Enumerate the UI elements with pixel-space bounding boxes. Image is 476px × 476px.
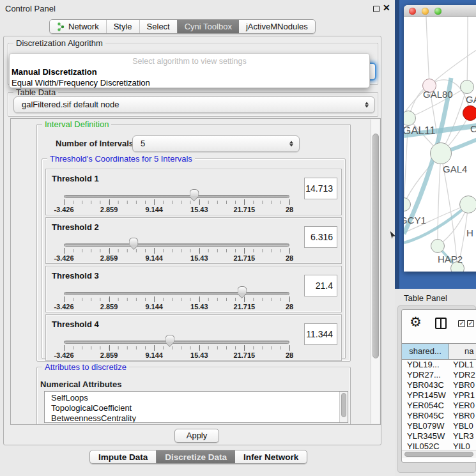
cell[interactable]: YER054C [402,401,449,411]
table-horizontal-scrollbar[interactable] [402,450,476,458]
cell[interactable]: YBR0 [449,380,476,390]
major-tick [154,248,155,254]
dropdown-option-equal-width[interactable]: Equal Width/Frequency Discretization [12,78,150,88]
table-row[interactable]: YDR27...YDR2 [402,370,476,380]
dropdown-option-manual[interactable]: Manual Discretization [12,67,97,77]
network-node[interactable] [430,142,452,164]
minimize-traffic-light-icon[interactable] [422,8,429,15]
table-row[interactable]: YIL052CYIL0 [402,441,476,449]
cell[interactable]: YBR045C [402,411,449,421]
cell[interactable]: YBR043C [402,380,449,390]
slider-thumb[interactable] [237,286,247,297]
cell[interactable]: YPR145W [402,390,449,401]
threshold-3-slider[interactable]: -3.4262.8599.14415.4321.71528 [64,266,289,312]
major-tick [154,199,155,205]
cell[interactable]: YLR345W [402,431,449,441]
column-header-name[interactable]: na [449,344,476,359]
tab-infer-network[interactable]: Infer Network [235,450,307,463]
columns-icon[interactable] [435,318,447,329]
checkbox-icon[interactable]: ✓ [458,320,465,327]
cell[interactable]: YDL19... [402,360,449,370]
checkbox-icon[interactable]: ✓ [467,320,474,327]
tab-cyni-toolbox[interactable]: Cyni Toolbox [177,20,239,33]
cell[interactable]: YIL052C [402,441,449,449]
network-node[interactable] [431,239,445,253]
network-node[interactable] [459,196,476,213]
tab-style[interactable]: Style [106,20,139,33]
cell[interactable]: YER0 [449,401,476,411]
threshold-1-slider[interactable]: -3.4262.8599.14415.4321.71528 [64,169,289,215]
scrollbar-thumb[interactable] [372,134,379,358]
network-node[interactable] [460,80,474,94]
table-row[interactable]: YBL079WYBL0 [402,421,476,431]
tick-label: 2.859 [100,254,118,262]
cell[interactable]: YPR1 [449,390,476,401]
network-window-titlebar[interactable] [404,5,476,17]
major-tick [289,199,290,205]
table-row[interactable]: YER054CYER0 [402,401,476,411]
close-icon[interactable]: ✕ [383,3,390,13]
list-item[interactable]: SelfLoops [51,393,348,403]
threshold-value-field[interactable] [304,275,337,296]
threshold-value-field[interactable] [304,323,337,345]
slider-track[interactable] [64,341,289,344]
scrollbar-thumb[interactable] [341,393,346,417]
table-data-combobox[interactable]: galFiltered.sif default node [13,96,375,113]
cell[interactable]: YDR27... [402,370,449,380]
table-rows: YDL19...YDL1 YDR27...YDR2 YBR043CYBR0 YP… [402,360,476,449]
cell[interactable]: YBR0 [449,411,476,421]
table-row[interactable]: YBR045CYBR0 [402,411,476,421]
cell[interactable]: YDL1 [449,360,476,370]
threshold-value-field[interactable] [304,178,337,199]
slider-thumb[interactable] [129,238,139,249]
major-tick [154,345,155,351]
attributes-listbox[interactable]: SelfLoops TopologicalCoefficient Between… [44,391,348,423]
table-row[interactable]: YDL19...YDL1 [402,360,476,370]
cyni-toolbox-panel: Discretization Algorithm Select algorith… [3,36,381,445]
tab-jactivemnodules[interactable]: jActiveMNodules [239,20,315,33]
major-tick [244,345,245,351]
scrollbar-thumb[interactable] [404,452,473,457]
table-data-value: galFiltered.sif default node [22,100,119,109]
list-scrollbar[interactable] [339,392,348,422]
tab-label: Style [114,22,132,31]
network-canvas[interactable]: GAL80 GA GAL11 GAL4 GCY1 H HAP2 C [404,17,476,272]
major-tick [244,248,245,254]
tick-label: -3.426 [54,303,73,311]
threshold-4-slider[interactable]: -3.4262.8599.14415.4321.71528 [64,315,289,360]
num-intervals-combobox[interactable]: 5 [132,135,300,152]
slider-thumb[interactable] [189,189,199,200]
float-window-icon[interactable] [373,6,380,12]
tab-network[interactable]: Network [50,20,106,33]
slider-track[interactable] [64,243,289,247]
close-traffic-light-icon[interactable] [409,8,416,15]
slider-track[interactable] [64,292,289,295]
cell[interactable]: YDR2 [449,370,476,380]
list-item[interactable]: TopologicalCoefficient [51,403,348,413]
list-item[interactable]: BetweennessCentrality [51,413,348,423]
num-intervals-value: 5 [141,139,145,148]
tab-impute-data[interactable]: Impute Data [90,450,156,463]
node-label: GAL4 [443,164,467,174]
tab-select[interactable]: Select [139,20,177,33]
threshold-2-slider[interactable]: -3.4262.8599.14415.4321.71528 [64,218,289,263]
apply-button[interactable]: Apply [174,429,219,443]
cell[interactable]: YIL0 [449,441,476,449]
column-header-shared[interactable]: shared... [402,344,449,359]
network-node-selected[interactable] [463,105,476,121]
gear-icon[interactable]: ⚙ [410,314,422,330]
slider-track[interactable] [64,195,289,198]
settings-scrollpane: Interval Definition Number of Intervals … [10,118,381,425]
slider-thumb[interactable] [165,335,174,346]
table-row[interactable]: YBR043CYBR0 [402,380,476,390]
tick-label: 21.715 [234,303,256,311]
settings-scrollbar[interactable] [371,119,380,424]
cell[interactable]: YLR3 [449,431,476,441]
table-row[interactable]: YPR145WYPR1 [402,390,476,401]
table-row[interactable]: YLR345WYLR3 [402,431,476,441]
cell[interactable]: YBL0 [449,421,476,431]
cell[interactable]: YBL079W [402,421,449,431]
zoom-traffic-light-icon[interactable] [434,8,441,15]
threshold-value-field[interactable] [304,226,337,248]
tab-discretize-data[interactable]: Discretize Data [156,450,235,463]
